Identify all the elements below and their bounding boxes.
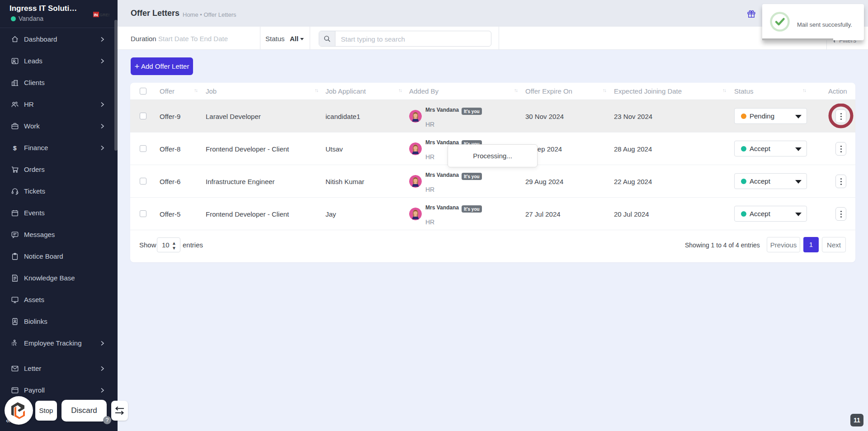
svg-text:GRESS: GRESS — [99, 13, 109, 17]
svg-text:$: $ — [13, 145, 17, 152]
svg-text:IN: IN — [94, 13, 98, 17]
